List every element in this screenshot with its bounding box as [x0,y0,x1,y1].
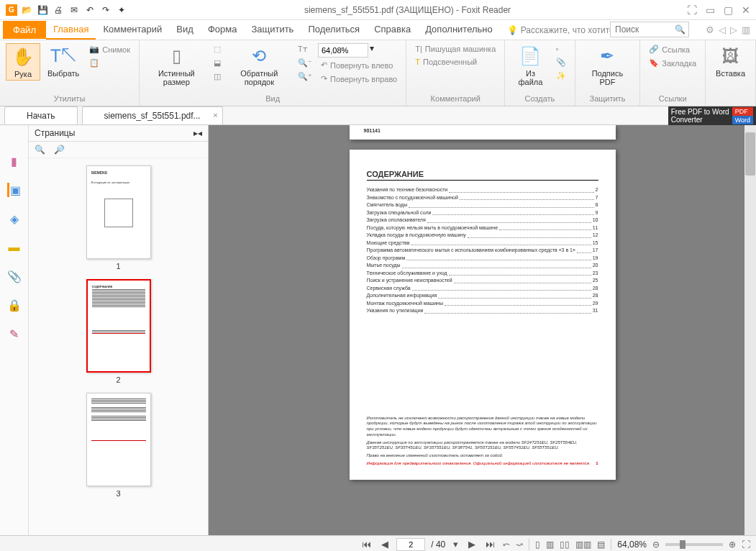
tab-help[interactable]: Справка [367,20,418,40]
open-icon[interactable]: 📂 [20,4,33,17]
zoom-in-status-button[interactable]: ⊕ [729,539,736,550]
zoom-out-icon: 🔍⁻ [298,58,312,68]
next-page-button[interactable]: ▶ [466,539,478,550]
signatures-panel-icon[interactable]: ✎ [7,327,22,341]
save-icon[interactable]: 💾 [36,4,49,17]
zoom-out-button[interactable]: 🔍⁻ [295,57,315,69]
minimize-button[interactable]: ▭ [706,4,715,16]
gear-icon[interactable]: ⚙ [706,24,714,35]
fit-visible-button[interactable]: ◫ [211,70,224,83]
zoom-in-button[interactable]: 🔍⁺ [295,70,315,83]
rotate-left-button[interactable]: ↶Повернуть влево [318,59,400,71]
thumbnail-page-3[interactable]: 3 [86,393,151,498]
snapshot-tool[interactable]: 📷Снимок [86,43,133,55]
last-page-button[interactable]: ⏭ [483,539,497,550]
title-bar: G 📂 💾 🖨 ✉ ↶ ↷ ✦ siemens_sf_55t551.pdf (З… [0,0,756,20]
rotate-left-icon: ↶ [321,60,327,70]
start-tab[interactable]: Начать [4,106,78,124]
highlight-button[interactable]: TПодсвеченный [412,56,498,68]
bookmark-button[interactable]: 🔖Закладка [646,57,699,69]
thumbnail-list[interactable]: SIEMENS Инструкция по эксплуатации 1 СОД… [29,158,208,535]
sign-pdf-button[interactable]: ✒ Подпись PDF [581,43,634,88]
layers-panel-icon[interactable]: ◈ [7,211,22,226]
maximize-button[interactable]: ▢ [724,4,733,16]
search-button[interactable]: 🔍 [675,24,686,35]
link-button[interactable]: 🔗Ссылка [646,43,699,55]
close-tab-icon[interactable]: × [213,111,217,119]
thumb-size-down-icon[interactable]: 🔍 [35,145,45,155]
bulb-icon: 💡 [507,25,518,35]
single-page-icon[interactable]: ▯ [535,539,540,550]
select-tool[interactable]: Ꭲ↖ Выбрать [43,43,83,79]
page-number-input[interactable] [396,538,425,551]
cursor-icon[interactable]: ✦ [115,4,128,17]
blank-page-button[interactable]: ▫ [553,43,569,55]
attachments-panel-icon[interactable]: 📎 [7,269,22,283]
print-icon[interactable]: 🖨 [52,4,65,17]
thumbnail-page-1[interactable]: SIEMENS Инструкция по эксплуатации 1 [86,165,151,270]
redo-icon[interactable]: ↷ [99,4,112,17]
first-page-button[interactable]: ⏮ [360,539,373,550]
typewriter-button[interactable]: T|Пишущая машинка [412,43,498,55]
pages-panel-icon[interactable]: ▣ [7,183,22,197]
zoom-dropdown-icon[interactable]: ▾ [370,43,374,58]
back-view-icon[interactable]: ⤺ [503,539,510,550]
toc-entry: Монтаж посудомоечной машины29 [367,300,598,308]
tab-comment[interactable]: Комментарий [96,20,169,40]
undo-icon[interactable]: ↶ [83,4,96,17]
panel-collapse-icon[interactable]: ▸◂ [193,128,202,138]
show-cover-icon[interactable]: ▤ [597,539,605,550]
nav-prev-icon[interactable]: ◁ [719,24,726,35]
window-title: siemens_sf_55t551.pdf (ЗАЩИЩЕНО) - Foxit… [128,5,687,15]
facing-icon[interactable]: ▯▯ [560,539,570,550]
ribbon-toggle-icon[interactable]: ⛶ [687,4,697,16]
thumb-size-up-icon[interactable]: 🔎 [54,145,65,155]
tab-protect[interactable]: Защитить [244,20,301,40]
forward-view-icon[interactable]: ⤻ [516,539,523,550]
zoom-out-status-button[interactable]: ⊖ [652,539,660,550]
page-dropdown-icon[interactable]: ▾ [451,539,460,550]
security-panel-icon[interactable]: 🔒 [7,298,22,312]
toc-entry: Укладка посуды в посудомоечную машину12 [367,232,598,240]
actual-size-button[interactable]: ▯ Истинный размер [145,43,208,88]
tab-form[interactable]: Форма [201,20,245,40]
fit-width-button[interactable]: ⬓ [211,57,224,69]
prev-page-button[interactable]: ◀ [379,539,391,550]
continuous-icon[interactable]: ▥ [546,539,554,550]
file-menu[interactable]: Файл [3,21,46,39]
zoom-slider[interactable] [665,543,723,546]
thumbnail-page-2[interactable]: СОДЕРЖАНИЕ 2 [86,279,151,384]
fullscreen-icon[interactable]: ⛶ [742,539,750,550]
doc-nav-icon[interactable]: ▥ [742,24,750,35]
link-icon: 🔗 [649,45,659,54]
insert-button[interactable]: 🖼 Вставка [711,43,750,79]
from-file-button[interactable]: 📄 Из файла [511,43,550,88]
hand-tool[interactable]: ✋ Рука [6,43,40,81]
tab-extra[interactable]: Дополнительно [418,20,500,40]
fit-page-button[interactable]: ⬚ [211,43,224,55]
tab-view[interactable]: Вид [169,20,201,40]
comments-panel-icon[interactable]: ▬ [7,240,22,255]
highlight-icon: T [415,58,420,66]
reverse-order-button[interactable]: ⟲ Обратный порядок [227,43,292,88]
scanner-button[interactable]: ✨ [553,70,569,82]
tab-home[interactable]: Главная [46,20,96,40]
ad-banner[interactable]: Free PDF to Word Converter PDF Word [668,106,756,125]
continuous-facing-icon[interactable]: ▥▥ [575,539,591,550]
zoom-input[interactable] [318,43,368,58]
rotate-right-button[interactable]: ↷Повернуть вправо [318,73,400,85]
document-tab[interactable]: siemens_sf_55t551.pdf...× [82,106,223,124]
clip-icon: 📎 [556,58,566,67]
clipboard-create-button[interactable]: 📎 [553,56,569,68]
document-viewer[interactable]: 901141 СОДЕРЖАНИЕ Указания по технике бе… [209,125,756,535]
bookmark-icon: 🔖 [649,58,659,68]
clipboard-tool[interactable]: 📋 [86,57,133,69]
email-icon[interactable]: ✉ [68,4,81,17]
close-button[interactable]: ✕ [742,4,750,16]
bookmarks-panel-icon[interactable]: ▮ [7,154,22,168]
toc-entry: Техническое обслуживание и уход23 [367,270,598,278]
tab-share[interactable]: Поделиться [301,20,367,40]
nav-next-icon[interactable]: ▷ [730,24,737,35]
vertical-scrollbar[interactable] [744,125,756,535]
text-reflow-icon[interactable]: Tᴛ [298,45,307,54]
